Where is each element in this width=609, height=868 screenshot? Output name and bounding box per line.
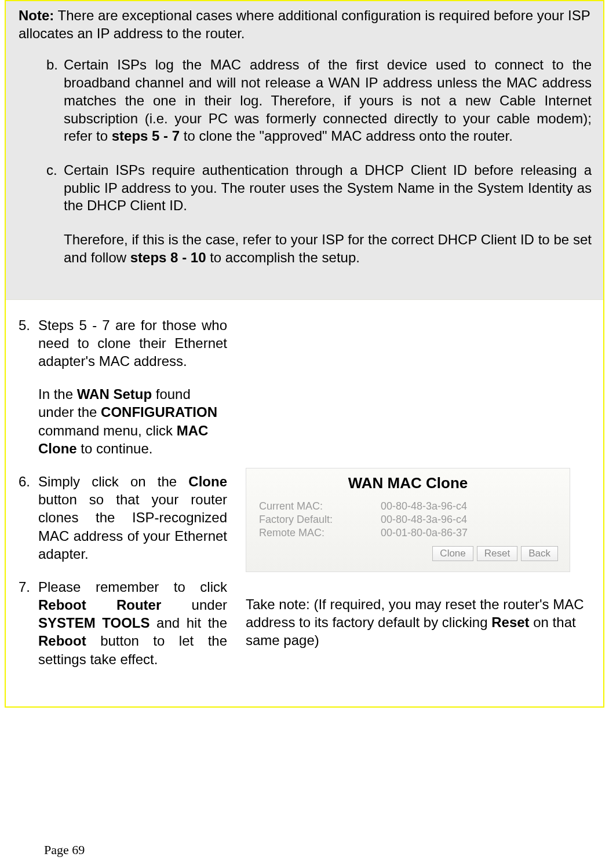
note-intro-text: There are exceptional cases where additi… bbox=[19, 8, 590, 41]
take-note-b: Reset bbox=[491, 614, 529, 630]
factory-default-value: 00-80-48-3a-96-c4 bbox=[381, 514, 559, 526]
step-7-a: Please remember to click bbox=[38, 579, 227, 595]
content-frame: Note: There are exceptional cases where … bbox=[5, 0, 604, 708]
note-item-b: b. Certain ISPs log the MAC address of t… bbox=[64, 56, 592, 145]
note-box: Note: There are exceptional cases where … bbox=[6, 1, 603, 300]
step-5-p1: Steps 5 - 7 are for those who need to cl… bbox=[38, 317, 227, 369]
step-5-p2g: to continue. bbox=[77, 441, 153, 456]
step-7-b: Reboot Router bbox=[38, 597, 161, 613]
step-6: 6. Simply click on the Clone button so t… bbox=[19, 473, 227, 563]
step-6-c: button so that your router clones the IS… bbox=[38, 492, 227, 562]
factory-default-label: Factory Default: bbox=[259, 514, 375, 526]
reset-button[interactable]: Reset bbox=[477, 546, 517, 561]
current-mac-value: 00-80-48-3a-96-c4 bbox=[381, 500, 559, 512]
note-item-c: c. Certain ISPs require authentication t… bbox=[64, 162, 592, 267]
panel-rows: Current MAC: 00-80-48-3a-96-c4 Factory D… bbox=[254, 500, 561, 539]
panel-title: WAN MAC Clone bbox=[254, 474, 561, 492]
step-7-f: Reboot bbox=[38, 633, 86, 649]
step-7-e: and hit the bbox=[150, 615, 228, 631]
step-7-number: 7. bbox=[19, 578, 30, 596]
panel-buttons: Clone Reset Back bbox=[254, 546, 561, 561]
page-number: Page 69 bbox=[44, 843, 85, 858]
step-5-p2b: WAN Setup bbox=[77, 386, 152, 402]
step-6-b: Clone bbox=[188, 474, 227, 489]
step-6-a: Simply click on the bbox=[38, 474, 188, 489]
step-7-d: SYSTEM TOOLS bbox=[38, 615, 150, 631]
current-mac-label: Current MAC: bbox=[259, 500, 375, 512]
note-marker-b: b. bbox=[46, 56, 58, 74]
note-marker-c: c. bbox=[46, 162, 57, 180]
note-b-suffix: to clone the "approved" MAC address onto… bbox=[180, 128, 513, 144]
note-b-bold: steps 5 - 7 bbox=[112, 128, 180, 144]
note-c-p1: Certain ISPs require authentication thro… bbox=[64, 162, 592, 213]
steps-column: 5. Steps 5 - 7 are for those who need to… bbox=[19, 316, 227, 683]
clone-button[interactable]: Clone bbox=[432, 546, 473, 561]
remote-mac-value: 00-01-80-0a-86-37 bbox=[381, 527, 559, 539]
back-button[interactable]: Back bbox=[521, 546, 558, 561]
panel-column: WAN MAC Clone Current MAC: 00-80-48-3a-9… bbox=[246, 316, 592, 683]
take-note: Take note: (If required, you may reset t… bbox=[246, 595, 592, 650]
note-label: Note: bbox=[19, 8, 54, 23]
step-7-c: under bbox=[161, 597, 227, 613]
step-7: 7. Please remember to click Reboot Route… bbox=[19, 578, 227, 668]
step-5-p2e: command menu, click bbox=[38, 423, 177, 438]
step-5-number: 5. bbox=[19, 316, 30, 334]
step-5-p2a: In the bbox=[38, 386, 77, 402]
step-6-number: 6. bbox=[19, 473, 30, 490]
note-sublist: b. Certain ISPs log the MAC address of t… bbox=[19, 56, 592, 266]
step-5-p2d: CONFIGURATION bbox=[101, 404, 217, 420]
body-area: 5. Steps 5 - 7 are for those who need to… bbox=[6, 300, 603, 706]
note-c-p2-suffix: to accomplish the setup. bbox=[206, 250, 359, 265]
note-intro: Note: There are exceptional cases where … bbox=[19, 7, 592, 42]
remote-mac-label: Remote MAC: bbox=[259, 527, 375, 539]
note-c-p2-bold: steps 8 - 10 bbox=[130, 250, 206, 265]
step-5: 5. Steps 5 - 7 are for those who need to… bbox=[19, 316, 227, 457]
wan-mac-clone-panel: WAN MAC Clone Current MAC: 00-80-48-3a-9… bbox=[246, 468, 570, 572]
